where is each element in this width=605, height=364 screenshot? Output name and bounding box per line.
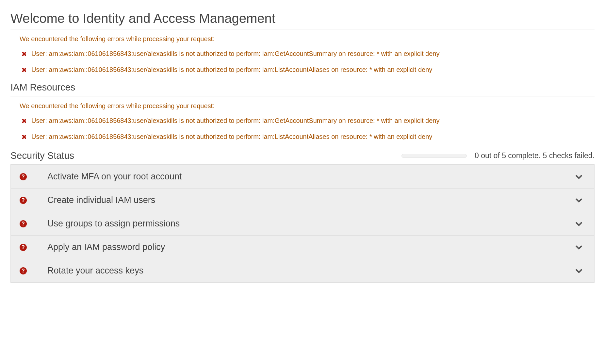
page-title: Welcome to Identity and Access Managemen… [10, 11, 595, 26]
svg-text:?: ? [22, 244, 25, 250]
error-item: User: arn:aws:iam::061061856843:user/ale… [20, 50, 595, 58]
chevron-down-icon [575, 243, 583, 252]
check-label: Use groups to assign permissions [47, 219, 575, 229]
iam-resources-title: IAM Resources [10, 82, 595, 93]
check-row-mfa[interactable]: ? Activate MFA on your root account [10, 165, 595, 189]
security-status-summary: 0 out of 5 complete. 5 checks failed. [475, 151, 595, 160]
security-status-right: 0 out of 5 complete. 5 checks failed. [401, 151, 595, 160]
error-text: User: arn:aws:iam::061061856843:user/ale… [31, 50, 440, 58]
check-label: Apply an IAM password policy [47, 242, 575, 252]
error-panel-top: We encountered the following errors whil… [20, 35, 595, 74]
svg-text:?: ? [22, 268, 25, 273]
question-circle-icon: ? [19, 220, 27, 228]
error-item: User: arn:aws:iam::061061856843:user/ale… [20, 117, 595, 124]
question-circle-icon: ? [19, 267, 27, 275]
check-row-password-policy[interactable]: ? Apply an IAM password policy [10, 236, 595, 259]
error-panel-iam: We encountered the following errors whil… [20, 102, 595, 141]
question-circle-icon: ? [19, 196, 27, 204]
error-text: User: arn:aws:iam::061061856843:user/ale… [31, 66, 432, 74]
progress-bar [401, 154, 467, 158]
chevron-down-icon [575, 220, 583, 228]
error-text: User: arn:aws:iam::061061856843:user/ale… [31, 133, 432, 141]
question-circle-icon: ? [19, 243, 27, 251]
error-intro: We encountered the following errors whil… [20, 35, 595, 43]
error-item: User: arn:aws:iam::061061856843:user/ale… [20, 66, 595, 74]
error-intro: We encountered the following errors whil… [20, 102, 595, 110]
x-icon [22, 134, 27, 140]
security-status-header: Security Status 0 out of 5 complete. 5 c… [10, 150, 595, 161]
chevron-down-icon [575, 267, 583, 275]
svg-text:?: ? [22, 197, 25, 203]
check-label: Activate MFA on your root account [47, 172, 575, 182]
divider [10, 96, 595, 96]
check-row-users[interactable]: ? Create individual IAM users [10, 189, 595, 212]
x-icon [22, 51, 27, 57]
check-row-rotate-keys[interactable]: ? Rotate your access keys [10, 259, 595, 283]
x-icon [22, 67, 27, 73]
error-text: User: arn:aws:iam::061061856843:user/ale… [31, 117, 440, 124]
check-label: Create individual IAM users [47, 195, 575, 205]
divider [10, 29, 595, 29]
svg-text:?: ? [22, 221, 25, 226]
chevron-down-icon [575, 196, 583, 205]
check-row-groups[interactable]: ? Use groups to assign permissions [10, 212, 595, 236]
x-icon [22, 118, 27, 124]
security-status-title: Security Status [10, 150, 74, 161]
error-item: User: arn:aws:iam::061061856843:user/ale… [20, 133, 595, 141]
chevron-down-icon [575, 173, 583, 181]
check-label: Rotate your access keys [47, 266, 575, 276]
security-checks-list: ? Activate MFA on your root account ? Cr… [10, 165, 595, 283]
question-circle-icon: ? [19, 173, 27, 181]
svg-text:?: ? [22, 174, 25, 179]
